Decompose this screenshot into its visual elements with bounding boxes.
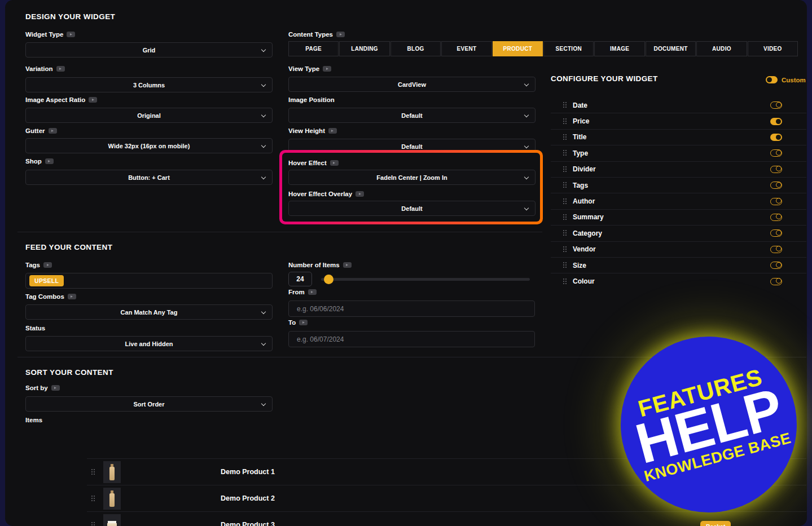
configure-row-author[interactable]: Author (551, 193, 806, 209)
summary-toggle[interactable] (770, 214, 782, 221)
help-video-icon[interactable] (89, 97, 97, 103)
tab-image[interactable]: IMAGE (594, 41, 644, 56)
content-types-tabs: PAGE LANDING BLOG EVENT PRODUCT SECTION … (288, 41, 798, 56)
help-video-icon[interactable] (49, 128, 57, 134)
drag-handle-icon[interactable] (563, 118, 567, 125)
tags-field-label: Tags (25, 262, 52, 268)
image-position-select[interactable]: Default (288, 108, 536, 123)
configure-row-price[interactable]: Price (551, 113, 806, 129)
title-toggle[interactable] (770, 134, 782, 141)
help-video-icon[interactable] (68, 294, 76, 299)
drag-handle-icon[interactable] (563, 198, 567, 205)
drag-handle-icon[interactable] (563, 166, 567, 173)
shop-label: Shop (25, 158, 54, 165)
configure-row-size[interactable]: Size (551, 258, 806, 273)
configure-row-summary[interactable]: Summary (551, 210, 806, 226)
drag-handle-icon[interactable] (563, 279, 567, 285)
help-video-icon[interactable] (67, 32, 75, 37)
from-label-text: From (288, 289, 305, 295)
items-label: Items (25, 417, 42, 423)
custom-toggle[interactable] (766, 76, 778, 83)
help-video-icon[interactable] (43, 262, 52, 268)
hover-effect-select[interactable]: FadeIn Center | Zoom In (288, 170, 536, 185)
row-label: Colour (573, 277, 595, 285)
shop-label-text: Shop (25, 158, 42, 165)
help-video-icon[interactable] (308, 289, 317, 295)
tab-page[interactable]: PAGE (288, 41, 339, 56)
help-video-icon[interactable] (299, 320, 308, 325)
configure-row-colour[interactable]: Colour (551, 273, 806, 289)
help-video-icon[interactable] (355, 191, 364, 197)
help-video-icon[interactable] (336, 32, 345, 37)
help-video-icon[interactable] (328, 128, 337, 134)
hover-effect-overlay-label: Hover Effect Overlay (288, 191, 364, 197)
date-toggle[interactable] (770, 101, 782, 109)
hover-effect-overlay-select[interactable]: Default (288, 201, 536, 216)
type-toggle[interactable] (770, 149, 782, 157)
drag-handle-icon[interactable] (563, 230, 567, 236)
configure-row-type[interactable]: Type (551, 145, 806, 161)
hover-effect-label-text: Hover Effect (288, 160, 327, 166)
number-of-items-slider-track[interactable] (321, 278, 530, 281)
basket-button[interactable]: Basket (700, 521, 731, 526)
chevron-down-icon (261, 143, 266, 148)
tag-combos-select[interactable]: Can Match Any Tag (25, 304, 273, 320)
gutter-label: Gutter (25, 127, 57, 134)
tags-toggle[interactable] (770, 182, 782, 189)
vendor-toggle[interactable] (770, 246, 782, 253)
help-video-icon[interactable] (323, 66, 331, 72)
author-toggle[interactable] (770, 198, 782, 205)
tab-video[interactable]: VIDEO (748, 41, 798, 56)
widget-type-select[interactable]: Grid (25, 42, 273, 58)
tab-landing[interactable]: LANDING (339, 41, 389, 56)
gutter-select[interactable]: Wide 32px (16px on mobile) (25, 138, 273, 153)
tag-combos-label-text: Tag Combos (25, 293, 64, 300)
tab-blog[interactable]: BLOG (390, 41, 441, 56)
help-video-icon[interactable] (51, 385, 60, 391)
from-date-input[interactable] (288, 300, 535, 317)
item-row-3[interactable]: Demo Product 3 (87, 512, 806, 526)
row-label: Title (573, 133, 586, 141)
status-select[interactable]: Live and Hidden (25, 336, 273, 351)
configure-row-vendor[interactable]: Vendor (551, 242, 806, 258)
drag-handle-icon[interactable] (563, 102, 567, 108)
price-toggle[interactable] (770, 118, 782, 125)
shop-select[interactable]: Button: + Cart (25, 170, 273, 185)
view-height-label: View Height (288, 127, 337, 134)
drag-handle-icon[interactable] (563, 150, 567, 156)
configure-row-date[interactable]: Date (551, 98, 806, 113)
image-aspect-ratio-select[interactable]: Original (25, 108, 273, 123)
tab-document[interactable]: DOCUMENT (646, 41, 696, 56)
tab-product[interactable]: PRODUCT (493, 41, 543, 56)
configure-row-category[interactable]: Category (551, 226, 806, 241)
hover-effect-value: FadeIn Center | Zoom In (376, 174, 447, 181)
drag-handle-icon[interactable] (563, 262, 567, 268)
tags-input[interactable]: UPSELL (25, 273, 273, 289)
drag-handle-icon[interactable] (563, 214, 567, 220)
divider-toggle[interactable] (770, 166, 782, 173)
help-video-icon[interactable] (45, 158, 54, 164)
tab-section[interactable]: SECTION (543, 41, 594, 56)
to-date-input[interactable] (288, 331, 535, 347)
tab-event[interactable]: EVENT (441, 41, 491, 56)
variation-select[interactable]: 3 Columns (25, 77, 273, 92)
configure-row-tags[interactable]: Tags (551, 178, 806, 193)
number-of-items-value-box[interactable]: 24 (288, 272, 312, 286)
drag-handle-icon[interactable] (563, 182, 567, 188)
size-toggle[interactable] (770, 262, 782, 269)
sort-by-select[interactable]: Sort Order (25, 396, 273, 412)
drag-handle-icon[interactable] (563, 134, 567, 140)
tab-audio[interactable]: AUDIO (696, 41, 747, 56)
drag-handle-icon[interactable] (563, 246, 567, 253)
help-knowledge-base-badge[interactable]: FEATURES HELP KNOWLEDGE BASE (621, 337, 797, 512)
configure-row-title[interactable]: Title (551, 130, 806, 145)
help-video-icon[interactable] (330, 160, 339, 166)
category-toggle[interactable] (770, 229, 782, 237)
help-video-icon[interactable] (56, 66, 65, 72)
help-video-icon[interactable] (343, 262, 352, 268)
number-of-items-slider-knob[interactable] (324, 275, 333, 284)
view-type-select[interactable]: CardView (288, 77, 536, 92)
colour-toggle[interactable] (770, 278, 782, 285)
tag-chip-upsell[interactable]: UPSELL (29, 275, 64, 286)
configure-row-divider[interactable]: Divider (551, 162, 806, 178)
